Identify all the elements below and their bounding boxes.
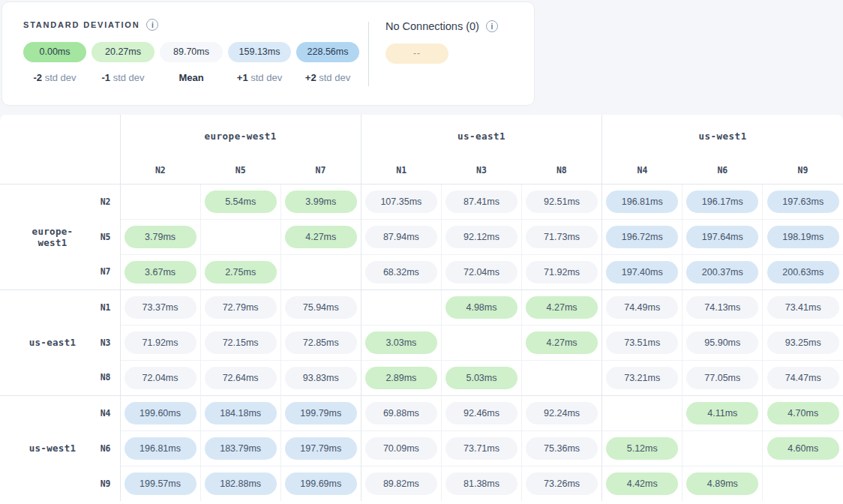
latency-pill[interactable]: 2.89ms xyxy=(365,367,437,389)
latency-pill[interactable]: 4.42ms xyxy=(606,472,678,495)
latency-cell: 199.60ms xyxy=(120,395,200,430)
latency-pill[interactable]: 68.32ms xyxy=(365,261,437,284)
latency-pill[interactable]: 72.64ms xyxy=(205,367,277,389)
latency-pill[interactable]: 4.27ms xyxy=(526,332,598,354)
latency-pill[interactable]: 87.94ms xyxy=(365,226,437,248)
latency-pill[interactable]: 71.92ms xyxy=(124,332,196,354)
latency-pill[interactable]: 196.17ms xyxy=(686,190,758,213)
latency-pill[interactable]: 93.83ms xyxy=(285,367,357,389)
latency-pill[interactable]: 73.51ms xyxy=(606,332,678,354)
latency-pill[interactable]: 3.03ms xyxy=(365,332,437,354)
latency-pill[interactable]: 77.05ms xyxy=(686,367,758,389)
latency-pill[interactable]: 72.04ms xyxy=(446,261,518,284)
latency-pill[interactable]: 199.60ms xyxy=(124,402,196,424)
latency-pill[interactable]: 4.60ms xyxy=(767,437,839,460)
latency-pill[interactable]: 73.71ms xyxy=(446,437,518,460)
latency-pill[interactable]: 5.54ms xyxy=(205,190,277,213)
latency-pill[interactable]: 4.70ms xyxy=(767,402,839,424)
latency-pill[interactable]: 196.81ms xyxy=(606,190,678,213)
std-dev-pill: 0.00ms xyxy=(23,42,86,62)
latency-cell-empty xyxy=(682,430,763,466)
region-header-us-west1: us-west1 xyxy=(602,115,843,157)
latency-pill[interactable]: 74.13ms xyxy=(686,296,758,319)
latency-pill[interactable]: 197.40ms xyxy=(606,261,678,284)
latency-pill[interactable]: 197.79ms xyxy=(285,437,357,460)
latency-pill[interactable]: 199.57ms xyxy=(124,472,196,495)
latency-pill[interactable]: 73.37ms xyxy=(124,296,196,319)
latency-pill[interactable]: 5.03ms xyxy=(446,367,518,389)
latency-pill[interactable]: 4.89ms xyxy=(686,472,758,495)
latency-pill[interactable]: 197.63ms xyxy=(767,190,839,213)
latency-pill[interactable]: 200.63ms xyxy=(767,261,839,284)
latency-cell: 4.27ms xyxy=(522,290,602,325)
latency-pill[interactable]: 70.09ms xyxy=(365,437,437,460)
latency-pill[interactable]: 75.36ms xyxy=(526,437,598,460)
latency-cell: 3.79ms xyxy=(120,219,200,254)
latency-cell: 196.72ms xyxy=(602,219,682,254)
std-dev-pill: 228.56ms xyxy=(296,42,359,62)
latency-pill[interactable]: 73.26ms xyxy=(526,472,598,495)
node-header-N5: N5 xyxy=(200,157,280,184)
row-node-label: N1 xyxy=(84,290,120,325)
latency-pill[interactable]: 3.99ms xyxy=(285,190,357,213)
latency-pill[interactable]: 69.88ms xyxy=(365,402,437,424)
latency-pill[interactable]: 5.12ms xyxy=(606,437,678,460)
latency-matrix: europe-west1us-east1us-west1N2N5N7N1N3N8… xyxy=(0,115,843,501)
latency-cell: 196.17ms xyxy=(682,184,763,219)
latency-pill[interactable]: 4.11ms xyxy=(686,402,758,424)
latency-pill[interactable]: 3.79ms xyxy=(124,226,196,248)
latency-pill[interactable]: 74.47ms xyxy=(767,367,839,389)
latency-pill[interactable]: 92.24ms xyxy=(526,402,598,424)
latency-pill[interactable]: 92.12ms xyxy=(446,226,518,248)
latency-pill[interactable]: 89.82ms xyxy=(365,472,437,495)
latency-pill[interactable]: 182.88ms xyxy=(205,472,277,495)
latency-pill[interactable]: 199.79ms xyxy=(285,402,357,424)
latency-cell: 5.54ms xyxy=(200,184,280,219)
latency-cell: 73.41ms xyxy=(763,290,843,325)
latency-pill[interactable]: 107.35ms xyxy=(365,190,437,213)
latency-pill[interactable]: 75.94ms xyxy=(285,296,357,319)
latency-pill[interactable]: 3.67ms xyxy=(124,261,196,284)
latency-pill[interactable]: 196.72ms xyxy=(606,226,678,248)
latency-pill[interactable]: 200.37ms xyxy=(686,261,758,284)
latency-pill[interactable]: 197.64ms xyxy=(686,226,758,248)
latency-pill[interactable]: 93.25ms xyxy=(767,332,839,354)
latency-pill[interactable]: 92.46ms xyxy=(446,402,518,424)
latency-cell-empty xyxy=(361,290,441,325)
info-icon[interactable]: i xyxy=(146,19,158,31)
latency-pill[interactable]: 71.92ms xyxy=(526,261,598,284)
latency-cell: 4.89ms xyxy=(682,466,763,501)
latency-pill[interactable]: 184.18ms xyxy=(205,402,277,424)
latency-pill[interactable]: 4.98ms xyxy=(446,296,518,319)
matrix-row-N6: N6196.81ms183.79ms197.79ms70.09ms73.71ms… xyxy=(0,430,843,466)
latency-cell: 77.05ms xyxy=(682,360,763,395)
latency-cell: 89.82ms xyxy=(361,466,441,501)
latency-pill[interactable]: 73.41ms xyxy=(767,296,839,319)
latency-pill[interactable]: 4.27ms xyxy=(285,226,357,248)
latency-pill[interactable]: 196.81ms xyxy=(124,437,196,460)
latency-cell: 183.79ms xyxy=(200,430,280,466)
latency-cell: 73.37ms xyxy=(120,290,200,325)
latency-pill[interactable]: 183.79ms xyxy=(205,437,277,460)
std-dev-stop: 228.56ms +2 std dev xyxy=(296,42,359,83)
std-dev-stop: 159.13ms +1 std dev xyxy=(228,42,291,83)
latency-pill[interactable]: 87.41ms xyxy=(446,190,518,213)
latency-pill[interactable]: 198.19ms xyxy=(767,226,839,248)
latency-pill[interactable]: 71.73ms xyxy=(526,226,598,248)
latency-pill[interactable]: 72.15ms xyxy=(205,332,277,354)
latency-pill[interactable]: 81.38ms xyxy=(446,472,518,495)
latency-pill[interactable]: 73.21ms xyxy=(606,367,678,389)
latency-pill[interactable]: 95.90ms xyxy=(686,332,758,354)
latency-pill[interactable]: 2.75ms xyxy=(205,261,277,284)
latency-pill[interactable]: 4.27ms xyxy=(526,296,598,319)
std-dev-stop: 20.27ms -1 std dev xyxy=(92,42,154,83)
latency-pill[interactable]: 199.69ms xyxy=(285,472,357,495)
latency-cell: 73.51ms xyxy=(602,325,682,360)
latency-pill[interactable]: 74.49ms xyxy=(606,296,678,319)
info-icon[interactable]: i xyxy=(486,20,498,32)
latency-pill[interactable]: 72.85ms xyxy=(285,332,357,354)
latency-pill[interactable]: 92.51ms xyxy=(526,190,598,213)
latency-pill[interactable]: 72.04ms xyxy=(124,367,196,389)
region-header-europe-west1: europe-west1 xyxy=(120,115,361,157)
latency-pill[interactable]: 72.79ms xyxy=(205,296,277,319)
